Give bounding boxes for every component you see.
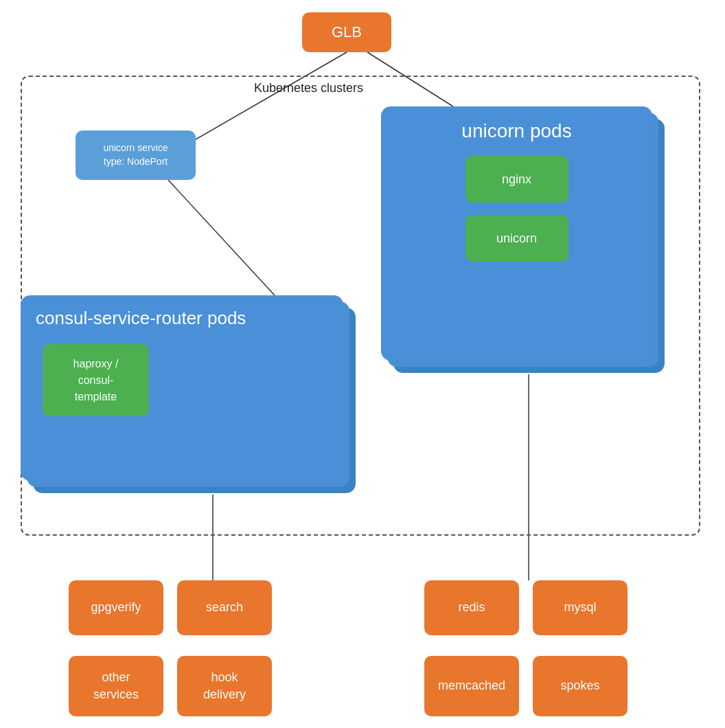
diagram: GLB Kubernetes clusters unicorn servicet… bbox=[0, 0, 725, 728]
nginx-label: nginx bbox=[502, 172, 531, 187]
gpgverify-label: gpgverify bbox=[91, 599, 141, 616]
unicorn-inner-box: unicorn bbox=[465, 215, 568, 262]
mysql-box: mysql bbox=[533, 580, 628, 635]
spokes-box: spokes bbox=[533, 656, 628, 716]
redis-box: redis bbox=[424, 580, 519, 635]
other-services-box: otherservices bbox=[69, 656, 163, 716]
memcached-box: memcached bbox=[424, 656, 519, 716]
kubernetes-cluster-label: Kubernetes clusters bbox=[254, 81, 363, 95]
spokes-label: spokes bbox=[560, 677, 599, 694]
unicorn-pods-main: unicorn pods nginx unicorn bbox=[381, 106, 652, 361]
unicorn-inner-label: unicorn bbox=[496, 231, 537, 246]
nginx-box: nginx bbox=[465, 156, 568, 203]
mysql-label: mysql bbox=[564, 599, 596, 616]
hook-delivery-box: hookdelivery bbox=[177, 656, 272, 716]
memcached-label: memcached bbox=[438, 677, 505, 694]
consul-pods-main: consul-service-router pods haproxy /cons… bbox=[21, 295, 343, 481]
redis-label: redis bbox=[458, 599, 485, 616]
search-label: search bbox=[206, 599, 243, 616]
haproxy-box: haproxy /consul-template bbox=[43, 344, 149, 416]
haproxy-label: haproxy /consul-template bbox=[73, 356, 119, 405]
consul-pods-stack: consul-service-router pods haproxy /cons… bbox=[21, 295, 357, 494]
other-services-label: otherservices bbox=[93, 669, 139, 703]
unicorn-pods-stack: unicorn pods nginx unicorn bbox=[381, 106, 666, 374]
search-box: search bbox=[177, 580, 272, 635]
unicorn-pods-title: unicorn pods bbox=[461, 120, 571, 142]
glb-box: GLB bbox=[302, 12, 391, 52]
glb-label: GLB bbox=[332, 23, 362, 41]
unicorn-service-label: unicorn servicetype: NodePort bbox=[103, 141, 168, 168]
unicorn-service-box: unicorn servicetype: NodePort bbox=[76, 130, 196, 180]
hook-delivery-label: hookdelivery bbox=[203, 669, 246, 703]
consul-pods-title: consul-service-router pods bbox=[36, 308, 246, 329]
gpgverify-box: gpgverify bbox=[69, 580, 163, 635]
